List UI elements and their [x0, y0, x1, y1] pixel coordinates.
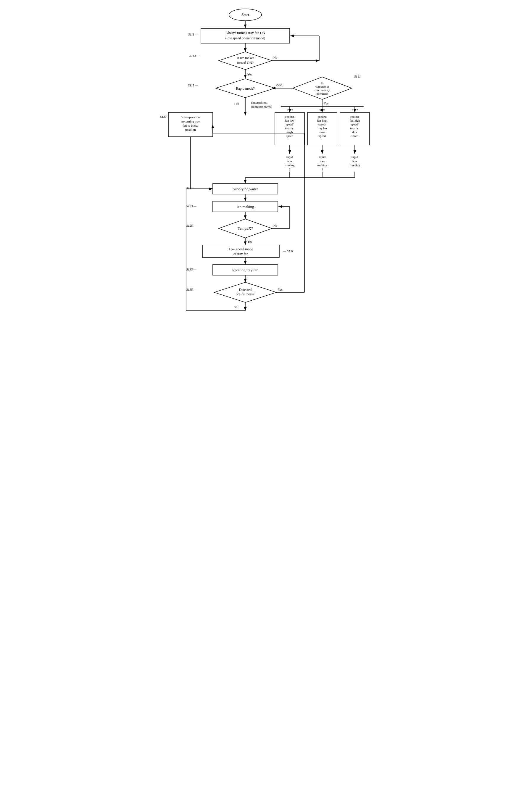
- flowchart-diagram: Start Always turning tray fan ON (low sp…: [163, 6, 369, 317]
- s145-step: S145: [319, 109, 325, 112]
- s143-step: S143: [287, 109, 292, 112]
- rapid1-l2: ice-: [320, 159, 325, 163]
- s113-no: No: [273, 56, 278, 59]
- s137-l1: Ice-separation: [182, 115, 200, 119]
- rapid2-l4: 2: [289, 168, 290, 171]
- s147-l3: speed/: [351, 123, 359, 126]
- s137-l2: /returning tray: [181, 119, 200, 123]
- s135-label-2: ice-fullness?: [236, 292, 254, 296]
- s131-step: — S131: [283, 249, 293, 253]
- intermittent-1: (intermittent: [251, 101, 267, 105]
- s123-step: S123 —: [186, 204, 196, 208]
- s137-step: S137: [160, 115, 167, 118]
- rapidf-l2: ice-: [353, 159, 357, 163]
- s147-l5: -low: [352, 131, 358, 134]
- s145-l1: cooling: [318, 115, 327, 118]
- s125-yes: Yes: [247, 240, 252, 243]
- s143-l1: cooling: [285, 115, 294, 118]
- s113-label-1: Is ice maker: [237, 56, 254, 60]
- rapidf-l1: rapid: [352, 155, 358, 158]
- s141-no: No: [279, 83, 283, 87]
- s145-l3: speed/: [318, 123, 326, 126]
- s143-l7: [288, 138, 291, 141]
- s125-no: No: [273, 224, 278, 227]
- s113-yes: Yes: [247, 73, 252, 76]
- s147-l2: fan-high: [350, 119, 360, 122]
- s111-step: S111 —: [188, 33, 198, 36]
- s145-l6: speed: [319, 134, 326, 138]
- s147-l4: tray fan: [350, 127, 360, 130]
- s131-label-2: of tray fan: [233, 252, 248, 256]
- s143-l6: speed: [286, 134, 293, 138]
- s111-label-1: Always turning tray fan ON: [226, 31, 265, 35]
- s135-no: No: [234, 305, 239, 309]
- intermittent-2: operation 60 %): [251, 105, 272, 109]
- rapid2-l1: rapid: [286, 155, 293, 158]
- s131-label-1: Low speed mode: [229, 247, 253, 251]
- s135-step: S135 —: [186, 288, 196, 291]
- s141-step: S141: [354, 75, 361, 78]
- s133-step: S133 —: [186, 267, 196, 271]
- s143-l2: fan-low: [285, 119, 294, 122]
- rapidf-l3: freezing: [349, 163, 360, 167]
- s115-off: Off: [234, 102, 239, 106]
- s143-l3: speed/: [286, 123, 293, 126]
- s141-label-3: continuously: [315, 89, 330, 92]
- rapid1-l4: 1: [321, 168, 323, 171]
- s137-l3: fan to initial: [183, 124, 198, 127]
- s135-yes: Yes: [278, 288, 283, 291]
- s145-l4: tray fan: [318, 127, 327, 130]
- s141-yes: Yes: [324, 101, 328, 105]
- s147-l1: cooling: [350, 115, 359, 118]
- s145-l5: -low: [320, 131, 325, 134]
- s135-label-1: Detected: [239, 288, 252, 292]
- s113-label-2: turned ON?: [237, 61, 253, 65]
- s137-l4: position: [185, 128, 196, 131]
- s145-l2: fan-high: [317, 119, 327, 122]
- start-label: Start: [242, 13, 249, 17]
- s125-label: Temp≤X?: [238, 226, 253, 230]
- s113-step: S113 —: [189, 54, 200, 57]
- s147-l6: speed: [352, 134, 358, 138]
- s115-label: Rapid mode?: [236, 87, 255, 91]
- svg-marker-13: [292, 77, 352, 99]
- s123-label: Ice-making: [236, 205, 254, 209]
- rapid2-l3: making: [285, 163, 295, 167]
- s133-label: Rotating tray fan: [232, 268, 259, 272]
- s141-label-4: operated?: [317, 92, 328, 95]
- rapid1-l1: rapid: [319, 155, 326, 158]
- s121-step: S121 —: [186, 186, 196, 190]
- s147-step: S147: [352, 109, 358, 112]
- s125-step: S125 —: [186, 224, 196, 227]
- s141-label-2: compressor: [316, 85, 329, 88]
- s143-l4: tray fan: [285, 127, 294, 130]
- rapid2-l2: ice-: [287, 159, 292, 163]
- s111-label-2: (low speed operation mode): [226, 36, 265, 40]
- s141-label-1: Is: [321, 81, 323, 84]
- s121-label: Supplying water: [232, 187, 258, 191]
- rapid1-l3: making: [318, 163, 327, 167]
- s115-step: S115 —: [188, 83, 198, 87]
